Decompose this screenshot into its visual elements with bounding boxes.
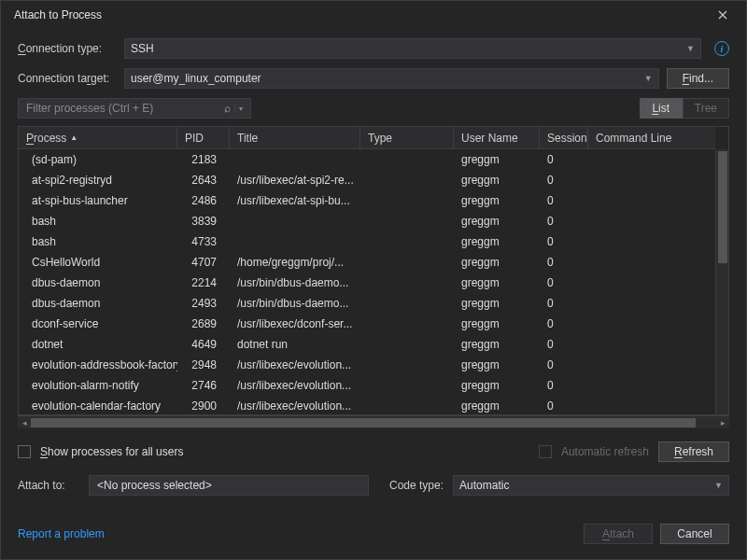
- cell-user: greggm: [454, 170, 540, 190]
- cell-process: (sd-pam): [19, 149, 177, 170]
- col-session[interactable]: Session: [540, 127, 588, 148]
- grid-header: Process▲ PID Title Type User Name Sessio…: [19, 127, 715, 149]
- connection-type-combo[interactable]: SSH ▼: [124, 38, 701, 59]
- table-row[interactable]: dbus-daemon2214/usr/bin/dbus-daemo...gre…: [19, 273, 715, 293]
- cell-user: greggm: [454, 375, 540, 396]
- col-user[interactable]: User Name: [454, 127, 540, 148]
- cell-cmd: [588, 190, 715, 211]
- table-row[interactable]: at-spi-bus-launcher2486/usr/libexec/at-s…: [19, 190, 715, 211]
- attach-to-label: Attach to:: [18, 479, 79, 492]
- cell-user: greggm: [454, 190, 540, 211]
- col-type[interactable]: Type: [360, 127, 454, 148]
- cell-cmd: [588, 375, 715, 396]
- cell-session: 0: [540, 355, 588, 375]
- filter-placeholder: Filter processes (Ctrl + E): [26, 102, 153, 115]
- attach-row: Attach to: <No process selected> Code ty…: [1, 471, 746, 501]
- cell-type: [360, 396, 454, 414]
- table-row[interactable]: (sd-pam)2183greggm0: [19, 149, 715, 170]
- chevron-down-icon[interactable]: ▾: [234, 105, 247, 113]
- table-row[interactable]: bash3839greggm0: [19, 211, 715, 231]
- chevron-down-icon: ▼: [714, 481, 723, 490]
- col-title[interactable]: Title: [230, 127, 360, 148]
- cell-user: greggm: [454, 396, 540, 414]
- cell-cmd: [588, 149, 715, 170]
- cell-process: bash: [19, 231, 177, 252]
- cell-pid: 2643: [177, 170, 230, 190]
- table-row[interactable]: dotnet4649dotnet rungreggm0: [19, 334, 715, 355]
- connection-target-combo[interactable]: user@my_linux_computer ▼: [124, 68, 659, 89]
- cell-type: [360, 231, 454, 252]
- cell-process: CsHelloWorld: [19, 252, 177, 273]
- table-row[interactable]: bash4733greggm0: [19, 231, 715, 252]
- table-row[interactable]: evolution-addressbook-factory2948/usr/li…: [19, 355, 715, 375]
- attach-to-value: <No process selected>: [89, 475, 369, 496]
- show-all-users-checkbox[interactable]: [18, 445, 31, 458]
- col-cmd[interactable]: Command Line: [588, 127, 715, 148]
- table-row[interactable]: CsHelloWorld4707/home/greggm/proj/...gre…: [19, 252, 715, 273]
- cell-session: 0: [540, 190, 588, 211]
- table-row[interactable]: evolution-calendar-factory2900/usr/libex…: [19, 396, 715, 414]
- cell-user: greggm: [454, 355, 540, 375]
- filter-row: Filter processes (Ctrl + E) ⌕ ▾ List Tre…: [1, 98, 746, 126]
- cell-cmd: [588, 252, 715, 273]
- table-row[interactable]: at-spi2-registryd2643/usr/libexec/at-spi…: [19, 170, 715, 190]
- code-type-value: Automatic: [459, 479, 509, 492]
- cell-pid: 3839: [177, 211, 230, 231]
- cell-type: [360, 375, 454, 396]
- table-row[interactable]: dbus-daemon2493/usr/bin/dbus-daemo...gre…: [19, 293, 715, 314]
- cell-pid: 4707: [177, 252, 230, 273]
- cell-pid: 2214: [177, 273, 230, 293]
- dialog-title: Attach to Process: [14, 8, 102, 21]
- scroll-left-icon[interactable]: ◂: [18, 418, 31, 427]
- cell-pid: 4733: [177, 231, 230, 252]
- auto-refresh-label: Automatic refresh: [561, 445, 649, 458]
- cell-type: [360, 252, 454, 273]
- table-row[interactable]: evolution-alarm-notify2746/usr/libexec/e…: [19, 375, 715, 396]
- cell-process: evolution-calendar-factory: [19, 396, 177, 414]
- titlebar: Attach to Process: [1, 1, 746, 29]
- grid-body[interactable]: (sd-pam)2183greggm0at-spi2-registryd2643…: [19, 149, 715, 414]
- scrollbar-thumb[interactable]: [718, 151, 727, 263]
- cell-user: greggm: [454, 314, 540, 334]
- cell-user: greggm: [454, 231, 540, 252]
- cell-cmd: [588, 211, 715, 231]
- cell-title: /usr/libexec/evolution...: [230, 396, 360, 414]
- sort-asc-icon: ▲: [70, 133, 78, 142]
- cancel-button[interactable]: Cancel: [660, 524, 729, 544]
- scrollbar-thumb[interactable]: [31, 418, 696, 427]
- list-view-button[interactable]: List: [640, 98, 683, 119]
- cell-cmd: [588, 231, 715, 252]
- tree-view-button[interactable]: Tree: [683, 98, 729, 119]
- table-row[interactable]: dconf-service2689/usr/libexec/dconf-ser.…: [19, 314, 715, 334]
- code-type-combo[interactable]: Automatic ▼: [453, 475, 729, 496]
- cell-session: 0: [540, 314, 588, 334]
- cell-type: [360, 273, 454, 293]
- col-pid[interactable]: PID: [177, 127, 230, 148]
- filter-input[interactable]: Filter processes (Ctrl + E) ⌕ ▾: [18, 98, 251, 119]
- cell-user: greggm: [454, 334, 540, 355]
- attach-button: Attach: [584, 524, 653, 544]
- cell-user: greggm: [454, 149, 540, 170]
- cell-session: 0: [540, 375, 588, 396]
- cell-session: 0: [540, 334, 588, 355]
- report-problem-link[interactable]: Report a problem: [18, 527, 105, 540]
- col-process[interactable]: Process▲: [19, 127, 177, 148]
- connection-form: Connection type: SSH ▼ i Connection targ…: [1, 29, 746, 98]
- info-icon[interactable]: i: [714, 41, 729, 56]
- cell-type: [360, 334, 454, 355]
- cell-session: 0: [540, 211, 588, 231]
- refresh-button[interactable]: Refresh: [658, 441, 729, 462]
- cell-process: dbus-daemon: [19, 293, 177, 314]
- horizontal-scrollbar[interactable]: ◂ ▸: [18, 415, 729, 428]
- cell-cmd: [588, 293, 715, 314]
- cell-pid: 2948: [177, 355, 230, 375]
- cell-title: /usr/libexec/evolution...: [230, 355, 360, 375]
- vertical-scrollbar[interactable]: [715, 149, 728, 414]
- close-button[interactable]: [707, 3, 739, 27]
- connection-target-label: Connection target:: [18, 72, 117, 85]
- view-toggle: List Tree: [640, 98, 729, 119]
- cell-session: 0: [540, 231, 588, 252]
- scroll-right-icon[interactable]: ▸: [716, 418, 729, 427]
- find-button[interactable]: Find...: [667, 68, 729, 89]
- cell-pid: 2183: [177, 149, 230, 170]
